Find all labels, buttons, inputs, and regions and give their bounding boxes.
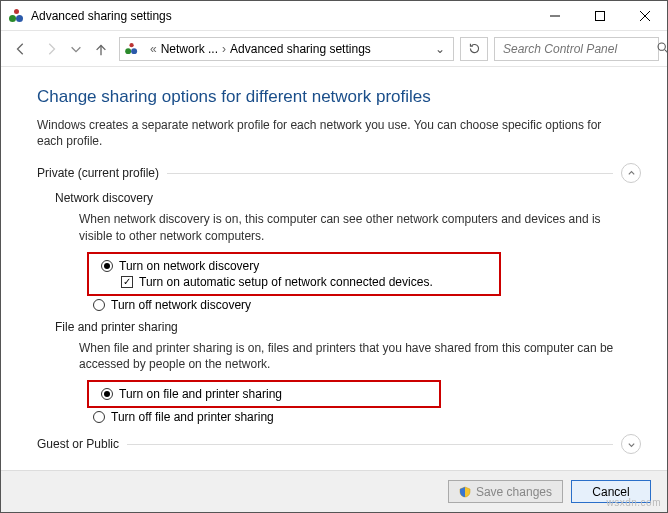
search-icon[interactable] (656, 41, 668, 57)
up-button[interactable] (89, 37, 113, 61)
shield-icon (459, 486, 471, 498)
checkbox-icon (121, 276, 133, 288)
content-area: Change sharing options for different net… (1, 69, 667, 470)
breadcrumb-sep-icon: « (150, 42, 157, 56)
control-panel-icon (9, 8, 25, 24)
breadcrumb-current[interactable]: Advanced sharing settings (230, 42, 371, 56)
highlight-network-discovery: Turn on network discovery Turn on automa… (87, 252, 501, 296)
radio-turn-on-network-discovery[interactable]: Turn on network discovery (101, 259, 493, 273)
maximize-button[interactable] (577, 1, 622, 31)
search-input[interactable] (501, 41, 656, 57)
section-guest-header[interactable]: Guest or Public (37, 434, 641, 454)
section-guest-label: Guest or Public (37, 437, 119, 451)
svg-point-5 (658, 43, 665, 50)
svg-rect-1 (595, 11, 604, 20)
page-intro: Windows creates a separate network profi… (37, 117, 627, 149)
breadcrumb-network[interactable]: Network ... (161, 42, 218, 56)
radio-icon (101, 388, 113, 400)
desc-network-discovery: When network discovery is on, this compu… (79, 211, 633, 243)
radio-turn-off-network-discovery[interactable]: Turn off network discovery (93, 298, 641, 312)
highlight-file-printer-sharing: Turn on file and printer sharing (87, 380, 441, 408)
footer: Save changes Cancel (1, 470, 667, 512)
radio-label: Turn on network discovery (119, 259, 259, 273)
subhead-file-printer-sharing: File and printer sharing (55, 320, 641, 334)
radio-turn-off-file-printer[interactable]: Turn off file and printer sharing (93, 410, 641, 424)
checkbox-label: Turn on automatic setup of network conne… (139, 275, 433, 289)
svg-line-6 (665, 49, 667, 51)
close-button[interactable] (622, 1, 667, 31)
section-private-header[interactable]: Private (current profile) (37, 163, 641, 183)
checkbox-auto-setup-devices[interactable]: Turn on automatic setup of network conne… (121, 275, 493, 289)
expand-icon[interactable] (621, 434, 641, 454)
radio-label: Turn off network discovery (111, 298, 251, 312)
forward-button[interactable] (39, 37, 63, 61)
minimize-button[interactable] (532, 1, 577, 31)
chevron-right-icon: › (222, 42, 226, 56)
radio-icon (93, 411, 105, 423)
window-buttons (532, 1, 667, 31)
desc-file-printer-sharing: When file and printer sharing is on, fil… (79, 340, 633, 372)
address-dropdown-icon[interactable]: ⌄ (431, 42, 449, 56)
page-title: Change sharing options for different net… (37, 87, 641, 107)
radio-icon (101, 260, 113, 272)
window-title: Advanced sharing settings (31, 9, 172, 23)
titlebar: Advanced sharing settings (1, 1, 667, 31)
save-changes-button[interactable]: Save changes (448, 480, 563, 503)
radio-icon (93, 299, 105, 311)
location-icon (125, 42, 139, 56)
section-private-label: Private (current profile) (37, 166, 159, 180)
radio-label: Turn off file and printer sharing (111, 410, 274, 424)
radio-label: Turn on file and printer sharing (119, 387, 282, 401)
back-button[interactable] (9, 37, 33, 61)
watermark: wsxdn.com (606, 497, 661, 508)
refresh-button[interactable] (460, 37, 488, 61)
save-button-label: Save changes (476, 485, 552, 499)
subhead-network-discovery: Network discovery (55, 191, 641, 205)
recent-locations-button[interactable] (69, 37, 83, 61)
search-box[interactable] (494, 37, 659, 61)
collapse-icon[interactable] (621, 163, 641, 183)
toolbar: « Network ... › Advanced sharing setting… (1, 31, 667, 67)
address-bar[interactable]: « Network ... › Advanced sharing setting… (119, 37, 454, 61)
radio-turn-on-file-printer[interactable]: Turn on file and printer sharing (101, 387, 433, 401)
